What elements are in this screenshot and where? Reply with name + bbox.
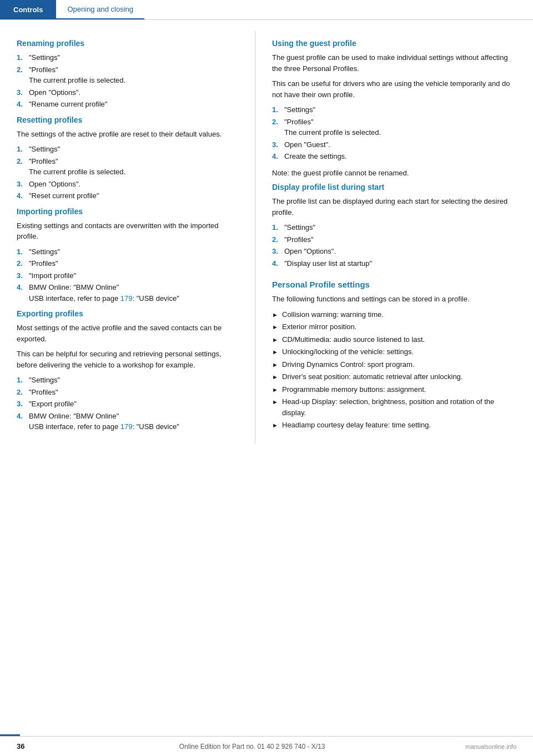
footer-center-text: Online Edition for Part no. 01 40 2 926 … xyxy=(39,743,465,750)
list-item: 4. "Reset current profile" xyxy=(17,190,238,201)
list-item: 1. "Settings" xyxy=(17,144,238,155)
list-num: 3. xyxy=(17,87,29,98)
guest-title: Using the guest profile xyxy=(272,39,516,48)
list-text: "Profiles" xyxy=(29,258,238,269)
right-column: Using the guest profile The guest profil… xyxy=(255,31,533,443)
arrow-icon: ► xyxy=(272,335,282,345)
list-text: Headlamp courtesy delay feature: time se… xyxy=(282,420,516,431)
list-text: "Profiles" xyxy=(29,387,238,398)
exporting-section: Exporting profiles Most settings of the … xyxy=(17,309,238,432)
display-section: Display profile list during start The pr… xyxy=(272,183,516,269)
resetting-section: Resetting profiles The settings of the a… xyxy=(17,115,238,201)
list-item: 4. "Display user list at startup" xyxy=(272,258,516,269)
display-intro: The profile list can be displayed during… xyxy=(272,196,516,218)
guest-intro1: The guest profile can be used to make in… xyxy=(272,52,516,74)
exporting-title: Exporting profiles xyxy=(17,309,238,318)
importing-intro: Existing settings and contacts are overw… xyxy=(17,220,238,242)
list-text: "Display user list at startup" xyxy=(284,258,516,269)
list-item: 4. BMW Online: "BMW Online"USB interface… xyxy=(17,282,238,304)
importing-title: Importing profiles xyxy=(17,207,238,216)
personal-title: Personal Profile settings xyxy=(272,280,516,289)
importing-section: Importing profiles Existing settings and… xyxy=(17,207,238,304)
list-item: ► Head-up Display: selection, brightness… xyxy=(272,396,516,418)
list-num: 4. xyxy=(17,282,29,304)
list-text: Head-up Display: selection, brightness, … xyxy=(282,396,516,418)
guest-note: Note: the guest profile cannot be rename… xyxy=(272,168,516,179)
arrow-icon: ► xyxy=(272,322,282,332)
guest-section: Using the guest profile The guest profil… xyxy=(272,39,516,178)
list-text: "Profiles" xyxy=(284,234,516,245)
guest-intro2: This can be useful for drivers who are u… xyxy=(272,78,516,100)
list-item: 3. "Import profile" xyxy=(17,270,238,281)
list-text: CD/Multimedia: audio source listened to … xyxy=(282,334,516,345)
list-item: ► Programmable memory buttons: assignmen… xyxy=(272,384,516,395)
sub-text: The current profile is selected. xyxy=(284,127,516,138)
list-item: ► Driver's seat position: automatic retr… xyxy=(272,371,516,382)
main-content: Renaming profiles 1. "Settings" 2. "Prof… xyxy=(0,20,533,455)
list-num: 1. xyxy=(272,104,284,115)
list-num: 4. xyxy=(17,411,29,432)
list-item: ► Exterior mirror position. xyxy=(272,321,516,332)
page-link[interactable]: 179 xyxy=(120,422,133,431)
list-num: 4. xyxy=(17,99,29,110)
personal-intro: The following functions and settings can… xyxy=(272,294,516,305)
list-item: 2. "Profiles"The current profile is sele… xyxy=(272,117,516,138)
list-text: "Settings" xyxy=(284,222,516,233)
list-item: 1. "Settings" xyxy=(272,104,516,115)
sub-text: The current profile is selected. xyxy=(29,75,238,86)
arrow-icon: ► xyxy=(272,372,282,382)
resetting-title: Resetting profiles xyxy=(17,115,238,124)
personal-section: Personal Profile settings The following … xyxy=(272,280,516,431)
guest-list: 1. "Settings" 2. "Profiles"The current p… xyxy=(272,104,516,162)
sub-text: The current profile is selected. xyxy=(29,167,238,178)
list-num: 1. xyxy=(17,246,29,258)
arrow-icon: ► xyxy=(272,421,282,430)
list-num: 1. xyxy=(17,52,29,63)
list-text: "Reset current profile" xyxy=(29,190,238,201)
exporting-intro2: This can be helpful for securing and ret… xyxy=(17,349,238,370)
list-num: 3. xyxy=(272,246,284,257)
list-text: "Profiles"The current profile is selecte… xyxy=(29,64,238,86)
page-footer: 36 Online Edition for Part no. 01 40 2 9… xyxy=(0,736,533,756)
display-title: Display profile list during start xyxy=(272,183,516,191)
list-text: "Settings" xyxy=(29,375,238,386)
list-text: Programmable memory buttons: assignment. xyxy=(282,384,516,395)
section-text: Opening and closing xyxy=(67,5,133,13)
list-text: "Import profile" xyxy=(29,270,238,281)
list-text: "Rename current profile" xyxy=(29,99,238,110)
list-item: 1. "Settings" xyxy=(17,52,238,63)
list-text: Create the settings. xyxy=(284,151,516,162)
header-controls-label: Controls xyxy=(0,0,56,19)
left-column: Renaming profiles 1. "Settings" 2. "Prof… xyxy=(0,31,255,443)
sub-text: USB interface, refer to page 179: "USB d… xyxy=(29,421,238,432)
footer-logo: manualsonline.info xyxy=(465,743,516,750)
list-item: 3. Open "Options". xyxy=(272,246,516,257)
page-header: Controls Opening and closing xyxy=(0,0,533,20)
list-text: Driver's seat position: automatic retrie… xyxy=(282,371,516,382)
list-item: 1. "Settings" xyxy=(272,222,516,233)
exporting-intro1: Most settings of the active profile and … xyxy=(17,322,238,344)
list-text: BMW Online: "BMW Online"USB interface, r… xyxy=(29,282,238,304)
arrow-icon: ► xyxy=(272,397,282,407)
list-num: 2. xyxy=(272,117,284,138)
list-text: "Settings" xyxy=(29,144,238,155)
list-num: 1. xyxy=(17,144,29,155)
list-text: Collision warning: warning time. xyxy=(282,309,516,320)
renaming-list: 1. "Settings" 2. "Profiles"The current p… xyxy=(17,52,238,110)
list-num: 4. xyxy=(272,258,284,269)
page-link[interactable]: 179 xyxy=(120,294,133,303)
list-num: 3. xyxy=(17,399,29,410)
page-number: 36 xyxy=(17,742,39,750)
list-num: 2. xyxy=(272,234,284,245)
importing-list: 1. "Settings" 2. "Profiles" 3. "Import p… xyxy=(17,246,238,304)
list-item: 1. "Settings" xyxy=(17,375,238,386)
list-item: ► Headlamp courtesy delay feature: time … xyxy=(272,420,516,431)
list-item: ► Unlocking/locking of the vehicle: sett… xyxy=(272,346,516,357)
list-item: 2. "Profiles"The current profile is sele… xyxy=(17,156,238,178)
list-num: 2. xyxy=(17,387,29,398)
list-item: 3. Open "Options". xyxy=(17,179,238,190)
list-text: "Export profile" xyxy=(29,399,238,410)
list-item: 3. "Export profile" xyxy=(17,399,238,410)
list-item: 3. Open "Guest". xyxy=(272,139,516,150)
list-item: 4. "Rename current profile" xyxy=(17,99,238,110)
